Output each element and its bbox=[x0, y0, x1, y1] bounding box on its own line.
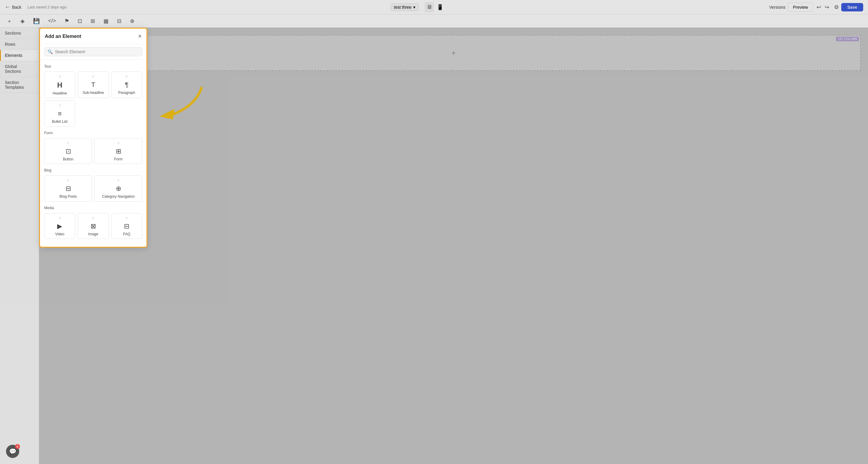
button-label: Button bbox=[63, 157, 73, 161]
category-navigation-icon: ⊕ bbox=[116, 185, 121, 193]
headline-icon: H bbox=[57, 81, 62, 89]
paragraph-icon: ¶ bbox=[125, 81, 128, 89]
bullet-list-icon: ≡ bbox=[58, 110, 62, 118]
modal-close-button[interactable]: × bbox=[138, 33, 142, 40]
blog-posts-icon: ⊟ bbox=[66, 185, 71, 193]
element-card-sub-headline[interactable]: ⠿ T Sub-headline bbox=[78, 71, 108, 98]
sub-headline-label: Sub-headline bbox=[83, 91, 104, 95]
modal-title: Add an Element bbox=[45, 34, 81, 39]
image-icon: ⊠ bbox=[91, 222, 96, 230]
chat-badge: 6 bbox=[15, 444, 20, 449]
bullet-list-label: Bullet List bbox=[52, 119, 68, 124]
category-blog-label: Blog bbox=[44, 168, 142, 172]
button-icon: ⊡ bbox=[66, 147, 71, 155]
category-media-label: Media bbox=[44, 206, 142, 210]
drag-dots: ⠿ bbox=[117, 179, 120, 182]
paragraph-label: Paragraph bbox=[118, 91, 135, 95]
media-elements-grid: ⠿ ▶ Video ⠿ ⊠ Image ⠿ ⊟ FAQ bbox=[44, 213, 142, 239]
add-element-modal: Add an Element × 🔍 Text ⠿ H Headline ⠿ T bbox=[39, 28, 147, 248]
drag-dots: ⠿ bbox=[92, 76, 94, 79]
category-form-label: Form bbox=[44, 131, 142, 135]
drag-dots: ⠿ bbox=[59, 105, 61, 108]
text-elements-grid: ⠿ H Headline ⠿ T Sub-headline ⠿ ¶ Paragr… bbox=[44, 71, 142, 127]
image-label: Image bbox=[88, 232, 98, 236]
form-elements-grid: ⠿ ⊡ Button ⠿ ⊞ Form bbox=[44, 138, 142, 164]
headline-label: Headline bbox=[53, 91, 67, 95]
modal-header: Add an Element × bbox=[40, 29, 147, 44]
chat-icon: 💬 bbox=[9, 448, 17, 455]
element-card-blog-posts[interactable]: ⠿ ⊟ Blog Posts bbox=[44, 175, 92, 201]
element-card-category-navigation[interactable]: ⠿ ⊕ Category Navigation bbox=[94, 175, 142, 201]
element-card-faq[interactable]: ⠿ ⊟ FAQ bbox=[111, 213, 142, 239]
category-navigation-label: Category Navigation bbox=[102, 194, 135, 199]
video-icon: ▶ bbox=[57, 222, 62, 230]
drag-dots: ⠿ bbox=[59, 217, 61, 220]
element-card-image[interactable]: ⠿ ⊠ Image bbox=[78, 213, 108, 239]
modal-search: 🔍 bbox=[40, 44, 147, 60]
drag-dots: ⠿ bbox=[67, 179, 69, 182]
chat-bubble[interactable]: 💬 6 bbox=[6, 445, 19, 458]
element-card-bullet-list[interactable]: ⠿ ≡ Bullet List bbox=[44, 100, 75, 126]
search-input[interactable] bbox=[55, 49, 139, 54]
drag-dots: ⠿ bbox=[125, 76, 128, 79]
sub-headline-icon: T bbox=[91, 81, 95, 89]
video-label: Video bbox=[55, 232, 64, 236]
drag-dots: ⠿ bbox=[125, 217, 128, 220]
modal-body: Text ⠿ H Headline ⠿ T Sub-headline ⠿ ¶ P… bbox=[40, 60, 147, 247]
blog-posts-label: Blog Posts bbox=[60, 194, 77, 199]
element-card-paragraph[interactable]: ⠿ ¶ Paragraph bbox=[111, 71, 142, 98]
element-card-button[interactable]: ⠿ ⊡ Button bbox=[44, 138, 92, 164]
element-card-form[interactable]: ⠿ ⊞ Form bbox=[94, 138, 142, 164]
form-element-label: Form bbox=[114, 157, 123, 161]
drag-dots: ⠿ bbox=[117, 142, 120, 145]
element-card-headline[interactable]: ⠿ H Headline bbox=[44, 71, 75, 98]
category-text-label: Text bbox=[44, 64, 142, 68]
element-card-video[interactable]: ⠿ ▶ Video bbox=[44, 213, 75, 239]
faq-label: FAQ bbox=[123, 232, 130, 236]
blog-elements-grid: ⠿ ⊟ Blog Posts ⠿ ⊕ Category Navigation bbox=[44, 175, 142, 201]
search-icon: 🔍 bbox=[48, 49, 53, 54]
faq-icon: ⊟ bbox=[124, 222, 129, 230]
modal-overlay: Add an Element × 🔍 Text ⠿ H Headline ⠿ T bbox=[0, 0, 868, 464]
form-icon: ⊞ bbox=[116, 147, 121, 155]
drag-dots: ⠿ bbox=[92, 217, 94, 220]
drag-dots: ⠿ bbox=[59, 76, 61, 79]
search-input-wrap: 🔍 bbox=[44, 47, 142, 56]
drag-dots: ⠿ bbox=[67, 142, 69, 145]
